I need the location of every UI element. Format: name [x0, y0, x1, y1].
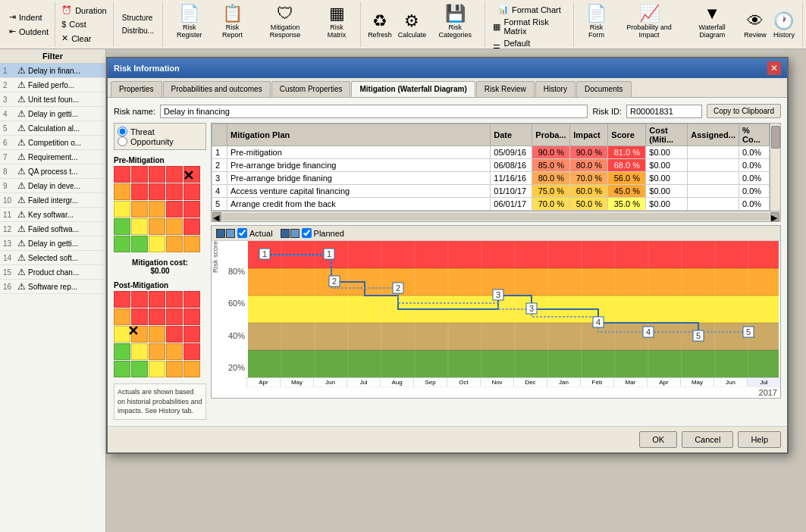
month-may: May: [280, 378, 313, 386]
risk-item[interactable]: 4 ⚠ Delay in getti...: [0, 107, 105, 121]
risk-matrix-button[interactable]: ▦ Risk Matrix: [318, 3, 356, 41]
history-button[interactable]: 🕐 History: [770, 11, 798, 41]
scrollbar-thumb[interactable]: [771, 126, 780, 149]
risk-name: Software rep...: [28, 283, 77, 291]
ok-button[interactable]: OK: [639, 431, 677, 448]
review-button[interactable]: 👁 Review: [742, 11, 769, 41]
table-row[interactable]: 1 Pre-mitigation 05/09/16 90.0 % 90.0 % …: [212, 146, 770, 159]
format-group: 📊 Format Chart ▦ Format Risk Matrix ☰ De…: [485, 2, 574, 47]
risk-item[interactable]: 12 ⚠ Failed softwa...: [0, 222, 105, 236]
table-row[interactable]: 2 Pre-arrange bridge financing 06/08/16 …: [212, 159, 770, 172]
row-cost: $0.00: [646, 146, 688, 159]
cost-button[interactable]: $ Cost: [58, 18, 110, 30]
cancel-button[interactable]: Cancel: [682, 431, 733, 448]
clear-button[interactable]: ✕ Clear: [58, 32, 110, 45]
table-row[interactable]: 3 Pre-arrange bridge finaning 11/16/16 8…: [212, 172, 770, 185]
row-assigned: [688, 146, 739, 159]
risk-item[interactable]: 6 ⚠ Competition o...: [0, 136, 105, 150]
risk-item[interactable]: 5 ⚠ Calculation al...: [0, 121, 105, 136]
distribu-button[interactable]: Distribu...: [118, 25, 158, 36]
matrix-cell: [166, 236, 183, 252]
outdent-button[interactable]: ⇤ Outdent: [6, 25, 52, 38]
probability-impact-button[interactable]: 📈 Probability and Impact: [616, 3, 683, 41]
indent-icon: ⇥: [9, 12, 16, 22]
risk-register-button[interactable]: 📄 Risk Register: [168, 3, 212, 41]
risk-categories-button[interactable]: 💾 Risk Categories: [430, 3, 480, 41]
matrix-cell: [114, 291, 130, 308]
risk-item[interactable]: 7 ⚠ Requirement...: [0, 150, 105, 164]
risk-report-button[interactable]: 📋 Risk Report: [213, 3, 252, 41]
row-assigned: [688, 185, 739, 198]
modal-footer: OK Cancel Help: [108, 426, 787, 452]
format-chart-button[interactable]: 📊 Format Chart: [495, 3, 564, 16]
modal-body: Risk name: Risk ID: Copy to Clipboard: [108, 98, 787, 426]
tab-properties[interactable]: Properties: [111, 81, 162, 97]
tab-documents[interactable]: Documents: [576, 81, 632, 97]
structure-button[interactable]: Structure: [118, 12, 158, 23]
risk-num: 1: [3, 67, 15, 75]
table-scroll[interactable]: Mitigation Plan Date Proba... Impact Sco…: [212, 124, 770, 211]
post-mitigation-marker: ✕: [127, 323, 139, 340]
month-jan: Jan: [547, 378, 580, 386]
matrix-cell: [183, 218, 200, 235]
risk-num: 14: [3, 254, 15, 262]
risk-form-button[interactable]: 📄 Risk Form: [579, 3, 613, 41]
tab-risk-review[interactable]: Risk Review: [476, 81, 535, 97]
planned-checkbox[interactable]: [302, 228, 312, 238]
risk-id-input[interactable]: [626, 105, 702, 118]
risk-item[interactable]: 3 ⚠ Unit test foun...: [0, 92, 105, 107]
mitigation-table-wrapper: Mitigation Plan Date Proba... Impact Sco…: [211, 123, 781, 222]
table-hscrollbar[interactable]: ◀ ▶: [212, 211, 780, 221]
risk-item[interactable]: 14 ⚠ Selected soft...: [0, 251, 105, 265]
tab-history[interactable]: History: [535, 81, 575, 97]
help-button[interactable]: Help: [738, 431, 781, 448]
col-prob: Proba...: [532, 124, 570, 146]
risk-num: 11: [3, 211, 15, 219]
mitigation-icon: 🛡: [277, 5, 293, 22]
clear-label: Clear: [71, 34, 91, 43]
table-vscrollbar[interactable]: [770, 124, 780, 211]
calculate-button[interactable]: ⚙ Calculate: [396, 11, 428, 41]
risk-item[interactable]: 1 ⚠ Delay in finan...: [0, 64, 105, 78]
matrix-cell: [149, 236, 165, 252]
y-20: 20%: [227, 363, 245, 372]
duration-button[interactable]: ⏰ Duration: [58, 4, 110, 17]
refresh-button[interactable]: ♻ Refresh: [365, 11, 394, 41]
calculate-label: Calculate: [398, 31, 427, 39]
tab-mitigation[interactable]: Mitigation (Waterfall Diagram): [351, 81, 475, 97]
hscroll-left[interactable]: ◀: [212, 212, 221, 221]
risk-name: Unit test foun...: [28, 95, 79, 104]
tab-probabilities[interactable]: Probabilities and outcomes: [163, 81, 271, 97]
risk-item[interactable]: 11 ⚠ Key softwar...: [0, 208, 105, 222]
waterfall-button[interactable]: ▼ Waterfall Diagram: [684, 3, 739, 41]
duration-label: Duration: [75, 6, 107, 15]
risk-name: Failed perfo...: [28, 81, 74, 89]
actual-checkbox[interactable]: [237, 228, 247, 238]
mitigation-response-button[interactable]: 🛡 Mitigation Response: [254, 3, 317, 41]
indent-button[interactable]: ⇥ Indent: [6, 11, 52, 23]
risk-item[interactable]: 8 ⚠ QA process t...: [0, 164, 105, 179]
risk-item[interactable]: 13 ⚠ Delay in getti...: [0, 236, 105, 251]
threat-radio[interactable]: [118, 127, 127, 136]
threat-radio-label[interactable]: Threat: [118, 127, 202, 136]
risk-item[interactable]: 10 ⚠ Failed intergr...: [0, 193, 105, 208]
row-impact: 60.0 %: [570, 185, 608, 198]
modal-close-button[interactable]: ✕: [767, 61, 781, 75]
risk-item[interactable]: 16 ⚠ Software rep...: [0, 280, 105, 294]
table-row[interactable]: 5 Arrange credit from the back 06/01/17 …: [212, 198, 770, 211]
risk-item[interactable]: 2 ⚠ Failed perfo...: [0, 78, 105, 92]
hscroll-track: [222, 213, 770, 221]
opportunity-radio-label[interactable]: Opportunity: [118, 136, 202, 146]
hscroll-right[interactable]: ▶: [770, 212, 779, 221]
risk-item[interactable]: 15 ⚠ Product chan...: [0, 265, 105, 280]
opportunity-radio[interactable]: [118, 136, 127, 146]
table-row[interactable]: 4 Access venture capital financing 01/10…: [212, 185, 770, 198]
planned-label: Planned: [314, 229, 344, 238]
copy-to-clipboard-button[interactable]: Copy to Clipboard: [707, 104, 781, 118]
row-pct: 0.0%: [739, 185, 770, 198]
risk-name-input[interactable]: [160, 105, 588, 118]
tab-custom[interactable]: Custom Properties: [271, 81, 351, 97]
row-plan: Access venture capital financing: [227, 185, 491, 198]
risk-item[interactable]: 9 ⚠ Delay in deve...: [0, 179, 105, 193]
format-risk-matrix-button[interactable]: ▦ Format Risk Matrix: [490, 16, 569, 37]
